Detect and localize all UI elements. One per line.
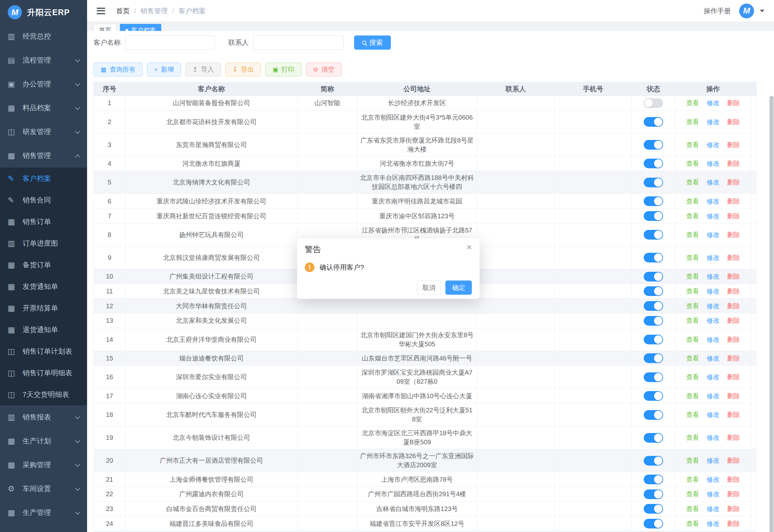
delete-link[interactable]: 删除 <box>727 392 740 399</box>
status-toggle[interactable] <box>644 489 663 499</box>
delete-link[interactable]: 删除 <box>727 273 740 280</box>
edit-link[interactable]: 修改 <box>707 505 719 512</box>
status-toggle[interactable] <box>644 372 663 382</box>
status-toggle[interactable] <box>644 211 663 221</box>
view-link[interactable]: 查看 <box>686 99 699 106</box>
tab-home[interactable]: 首页 <box>94 24 117 31</box>
edit-link[interactable]: 修改 <box>707 302 719 310</box>
edit-link[interactable]: 修改 <box>707 411 719 418</box>
status-toggle[interactable] <box>644 456 663 466</box>
edit-link[interactable]: 修改 <box>707 179 719 186</box>
edit-link[interactable]: 修改 <box>707 336 719 343</box>
view-link[interactable]: 查看 <box>686 273 699 280</box>
sidebar-item-7day-delivery-report[interactable]: 7天交货明细表 <box>0 384 87 405</box>
edit-link[interactable]: 修改 <box>707 118 719 125</box>
edit-link[interactable]: 修改 <box>707 355 719 362</box>
view-link[interactable]: 查看 <box>686 141 699 148</box>
sidebar-collapse-icon[interactable] <box>97 8 105 14</box>
view-link[interactable]: 查看 <box>686 434 699 441</box>
tab-customer-archives[interactable]: 客户档案 <box>120 24 161 31</box>
sidebar-item-production-management[interactable]: 生产管理 <box>0 501 87 525</box>
customer-name-input[interactable] <box>125 35 215 50</box>
view-link[interactable]: 查看 <box>686 160 699 167</box>
status-toggle[interactable] <box>644 98 663 108</box>
edit-link[interactable]: 修改 <box>707 273 719 280</box>
delete-link[interactable]: 删除 <box>727 505 740 512</box>
status-toggle[interactable] <box>644 301 663 311</box>
status-toggle[interactable] <box>644 519 663 528</box>
delete-link[interactable]: 删除 <box>727 336 740 343</box>
delete-link[interactable]: 删除 <box>727 317 740 324</box>
edit-link[interactable]: 修改 <box>707 457 719 464</box>
edit-link[interactable]: 修改 <box>707 141 719 148</box>
delete-link[interactable]: 删除 <box>727 160 740 167</box>
edit-link[interactable]: 修改 <box>707 254 719 261</box>
confirm-button[interactable]: 确定 <box>445 281 472 295</box>
avatar[interactable]: M <box>739 4 754 18</box>
view-link[interactable]: 查看 <box>686 254 699 261</box>
sidebar-item-sales-management[interactable]: 销售管理 <box>0 144 87 168</box>
delete-link[interactable]: 删除 <box>727 434 740 441</box>
delete-link[interactable]: 删除 <box>727 490 740 498</box>
edit-link[interactable]: 修改 <box>707 231 719 238</box>
status-toggle[interactable] <box>644 272 663 281</box>
edit-link[interactable]: 修改 <box>707 212 719 220</box>
delete-link[interactable]: 删除 <box>727 411 740 418</box>
view-link[interactable]: 查看 <box>686 317 699 324</box>
sidebar-item-order-progress-chart[interactable]: 订单进度图 <box>0 232 87 254</box>
view-link[interactable]: 查看 <box>686 212 699 220</box>
search-button[interactable]: 搜索 <box>354 35 391 50</box>
query-all-button[interactable]: 查询所有 <box>94 63 143 76</box>
view-link[interactable]: 查看 <box>686 288 699 295</box>
status-toggle[interactable] <box>644 140 663 150</box>
manual-link[interactable]: 操作手册 <box>704 6 731 15</box>
user-menu-caret-icon[interactable] <box>760 10 764 12</box>
view-link[interactable]: 查看 <box>686 373 699 380</box>
status-toggle[interactable] <box>644 410 663 420</box>
cancel-button[interactable]: 取消 <box>417 281 441 295</box>
status-toggle[interactable] <box>644 253 663 262</box>
status-toggle[interactable] <box>644 230 663 240</box>
edit-link[interactable]: 修改 <box>707 434 719 441</box>
sidebar-item-workshop-settings[interactable]: 车间设置 <box>0 477 87 501</box>
export-button[interactable]: 导出 <box>225 63 261 76</box>
delete-link[interactable]: 删除 <box>727 288 740 295</box>
sidebar-item-sales-order[interactable]: 销售订单 <box>0 211 87 232</box>
status-toggle[interactable] <box>644 504 663 514</box>
edit-link[interactable]: 修改 <box>707 520 719 527</box>
page-scrollbar-thumb[interactable] <box>769 96 774 532</box>
sidebar-item-rd-management[interactable]: 研发管理 <box>0 120 87 144</box>
sidebar-item-processing-workshop[interactable]: 加工车间 <box>0 525 87 532</box>
print-button[interactable]: 打印 <box>265 63 302 76</box>
view-link[interactable]: 查看 <box>686 520 699 527</box>
delete-link[interactable]: 删除 <box>727 302 740 310</box>
view-link[interactable]: 查看 <box>686 490 699 498</box>
view-link[interactable]: 查看 <box>686 355 699 362</box>
import-button[interactable]: 导入 <box>185 63 221 76</box>
edit-link[interactable]: 修改 <box>707 99 719 106</box>
edit-link[interactable]: 修改 <box>707 373 719 380</box>
sidebar-item-production-plan[interactable]: 生产计划 <box>0 429 87 453</box>
sidebar-item-return-notice[interactable]: 退货通知单 <box>0 319 87 340</box>
sidebar-item-invoice-settlement[interactable]: 开票结算单 <box>0 297 87 319</box>
status-toggle[interactable] <box>644 286 663 296</box>
close-icon[interactable] <box>467 243 472 252</box>
sidebar-item-shipping-notice[interactable]: 发货通知单 <box>0 276 87 297</box>
status-toggle[interactable] <box>644 353 663 363</box>
delete-link[interactable]: 删除 <box>727 198 740 205</box>
sidebar-item-purchase-management[interactable]: 采购管理 <box>0 453 87 477</box>
view-link[interactable]: 查看 <box>686 118 699 125</box>
edit-link[interactable]: 修改 <box>707 160 719 167</box>
sidebar-item-office-management[interactable]: 办公管理 <box>0 72 87 96</box>
delete-link[interactable]: 删除 <box>727 476 740 483</box>
sidebar-item-customer-archives[interactable]: 客户档案 <box>0 168 87 189</box>
delete-link[interactable]: 删除 <box>727 373 740 380</box>
delete-link[interactable]: 删除 <box>727 212 740 220</box>
view-link[interactable]: 查看 <box>686 179 699 186</box>
status-toggle[interactable] <box>644 178 663 187</box>
edit-link[interactable]: 修改 <box>707 317 719 324</box>
breadcrumb-home[interactable]: 首页 <box>116 6 130 15</box>
edit-link[interactable]: 修改 <box>707 392 719 399</box>
sidebar-item-sales-reports[interactable]: 销售报表 <box>0 405 87 429</box>
sidebar-item-material-archives[interactable]: 料品档案 <box>0 96 87 120</box>
